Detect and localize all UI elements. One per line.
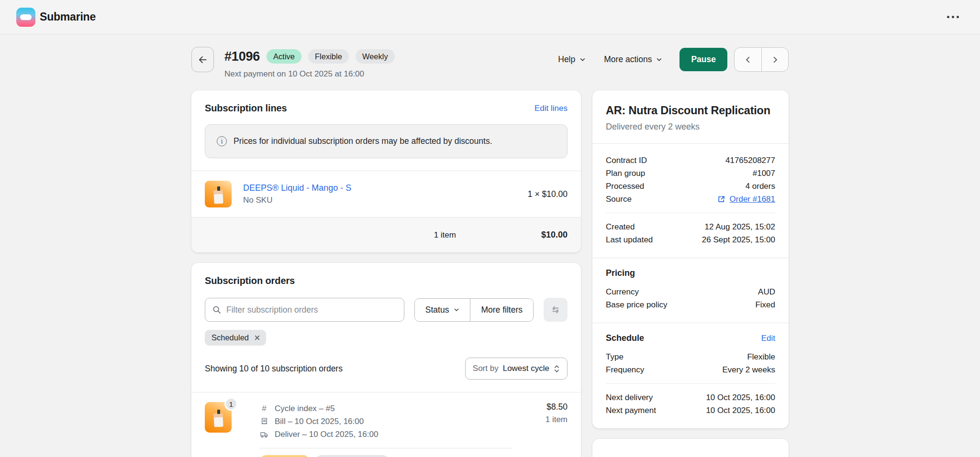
banner-text: Prices for individual subscription order… xyxy=(234,136,492,146)
status-badge-flexible: Flexible xyxy=(308,49,349,64)
previous-button[interactable] xyxy=(735,48,761,71)
applied-filters-row: Scheduled xyxy=(191,322,581,346)
status-badge-weekly: Weekly xyxy=(356,49,395,64)
subscription-lines-card: Subscription lines Edit lines i Prices f… xyxy=(191,90,581,252)
truck-icon xyxy=(259,430,269,439)
back-button[interactable] xyxy=(191,47,214,72)
next-card-partial xyxy=(592,439,789,457)
orders-count-row: Showing 10 of 10 subscription orders Sor… xyxy=(191,346,581,380)
edit-lines-link[interactable]: Edit lines xyxy=(535,104,568,113)
schedule-type-row: Type Flexible xyxy=(606,350,775,363)
hash-icon: # xyxy=(259,404,269,413)
pricing-title: Pricing xyxy=(606,268,635,278)
showing-text: Showing 10 of 10 subscription orders xyxy=(205,364,343,374)
lines-total: $10.00 xyxy=(541,230,568,240)
order-cycle-line: # Cycle index – #5 xyxy=(259,402,512,415)
search-icon xyxy=(212,305,222,315)
status-filter-button[interactable]: Status xyxy=(415,299,470,321)
help-menu-button[interactable]: Help xyxy=(556,52,588,67)
plan-group-row: Plan group #1007 xyxy=(606,167,775,180)
swap-arrows-icon xyxy=(550,305,561,315)
page-subtitle: Next payment on 10 Oct 2025 at 16:00 xyxy=(224,69,395,79)
x-icon xyxy=(254,335,260,341)
pagination xyxy=(734,47,789,72)
filter-buttons-group: Status More filters xyxy=(414,298,534,322)
subscription-orders-title: Subscription orders xyxy=(191,275,581,286)
filter-search-input[interactable] xyxy=(226,305,397,315)
source-order-link[interactable]: Order #1681 xyxy=(730,195,775,204)
more-filters-button[interactable]: More filters xyxy=(470,299,533,321)
next-button[interactable] xyxy=(761,48,788,71)
order-price: $8.50 xyxy=(546,402,568,412)
sort-select[interactable]: Sort by Lowest cycle xyxy=(465,358,568,380)
frequency-row: Frequency Every 2 weeks xyxy=(606,363,775,376)
external-link-icon xyxy=(717,195,725,203)
contract-id-row: Contract ID 41765208277 xyxy=(606,154,775,167)
subscription-lines-title: Subscription lines xyxy=(205,103,287,114)
line-quantity-price: 1 × $10.00 xyxy=(528,189,568,199)
up-down-chevrons-icon xyxy=(554,365,560,373)
chevron-right-icon xyxy=(771,56,779,64)
next-payment-row: Next payment 10 Oct 2025, 16:00 xyxy=(606,404,775,417)
app-name: Submarine xyxy=(40,11,96,23)
source-row: Source Order #1681 xyxy=(606,193,775,206)
filter-search-field xyxy=(205,298,404,322)
page-header: #1096 Active Flexible Weekly Next paymen… xyxy=(191,47,789,79)
product-thumbnail xyxy=(205,181,232,207)
product-sku: No SKU xyxy=(243,196,351,205)
order-list-item[interactable]: 1 # Cycle index – #5 xyxy=(191,392,581,457)
more-actions-menu-button[interactable]: More actions xyxy=(602,52,664,67)
contract-summary-card: AR: Nutra Discount Replication Delivered… xyxy=(592,90,789,428)
contract-subtitle: Delivered every 2 weeks xyxy=(606,122,775,132)
last-updated-row: Last updated 26 Sept 2025, 15:00 xyxy=(606,233,775,246)
remove-filter-button[interactable] xyxy=(253,334,261,342)
contract-details-section: Contract ID 41765208277 Plan group #1007… xyxy=(592,143,789,258)
pricing-section: Pricing Currency AUD Base price policy F… xyxy=(592,258,789,323)
order-deliver-line: Deliver – 10 Oct 2025, 16:00 xyxy=(259,428,512,441)
pause-button[interactable]: Pause xyxy=(679,48,727,71)
next-delivery-row: Next delivery 10 Oct 2025, 16:00 xyxy=(606,391,775,404)
receipt-icon xyxy=(259,417,269,425)
submarine-app-icon xyxy=(16,8,35,27)
reset-filters-button[interactable] xyxy=(544,298,568,322)
discounts-info-banner: i Prices for individual subscription ord… xyxy=(205,124,568,158)
overflow-menu-button[interactable] xyxy=(942,11,964,23)
page-title: #1096 xyxy=(224,49,260,64)
order-status-badge-payment-pending: Payment pending xyxy=(315,455,390,457)
currency-row: Currency AUD xyxy=(606,285,775,298)
applied-filter-tag: Scheduled xyxy=(205,330,266,346)
contract-title: AR: Nutra Discount Replication xyxy=(606,103,775,118)
schedule-section: Schedule Edit Type Flexible Frequency Ev… xyxy=(592,323,789,428)
line-item-row: DEEPS® Liquid - Mango - S No SKU 1 × $10… xyxy=(191,171,581,217)
order-item-count-bubble: 1 xyxy=(224,397,238,411)
order-status-badge-scheduled: Scheduled xyxy=(259,455,310,457)
items-count: 1 item xyxy=(434,230,456,240)
product-link[interactable]: DEEPS® Liquid - Mango - S xyxy=(243,183,351,193)
created-row: Created 12 Aug 2025, 15:02 xyxy=(606,220,775,233)
lines-summary-footer: 1 item $10.00 xyxy=(191,217,581,252)
header-actions: Help More actions Pause xyxy=(556,47,789,72)
info-icon: i xyxy=(217,136,227,146)
status-badge-active: Active xyxy=(267,49,301,64)
plan-group-link[interactable]: #1007 xyxy=(753,169,775,178)
orders-filter-bar: Status More filters xyxy=(191,286,581,322)
app-logo: Submarine xyxy=(16,8,96,27)
base-price-policy-row: Base price policy Fixed xyxy=(606,298,775,311)
chevron-down-icon xyxy=(656,56,662,63)
schedule-title: Schedule xyxy=(606,333,644,343)
order-item-count: 1 item xyxy=(546,415,568,424)
edit-schedule-link[interactable]: Edit xyxy=(761,334,775,343)
subscription-orders-card: Subscription orders Status xyxy=(191,263,581,457)
page-container: #1096 Active Flexible Weekly Next paymen… xyxy=(191,34,789,457)
order-bill-line: Bill – 10 Oct 2025, 16:00 xyxy=(259,415,512,428)
chevron-left-icon xyxy=(744,56,752,64)
chevron-down-icon xyxy=(454,307,459,313)
topbar: Submarine xyxy=(0,0,980,34)
processed-row: Processed 4 orders xyxy=(606,180,775,193)
chevron-down-icon xyxy=(579,56,586,63)
arrow-left-icon xyxy=(198,54,208,65)
